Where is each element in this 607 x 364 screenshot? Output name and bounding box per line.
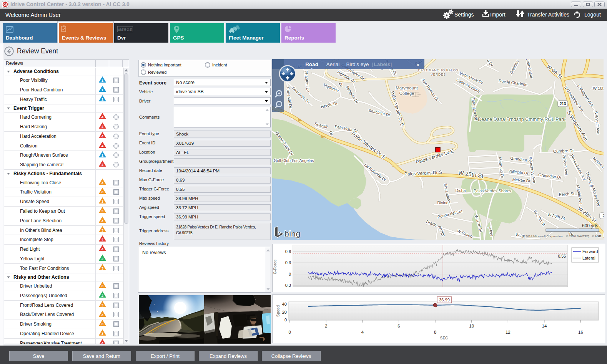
svg-text:6: 6 xyxy=(397,324,400,328)
svg-text:W 10t: W 10t xyxy=(593,86,604,91)
svg-text:2: 2 xyxy=(101,293,103,298)
svg-text:40: 40 xyxy=(282,302,287,306)
svg-text:|: | xyxy=(391,61,392,67)
svg-text:«: « xyxy=(416,62,419,68)
svg-text:36.99: 36.99 xyxy=(439,298,450,302)
svg-text:4: 4 xyxy=(361,330,364,334)
svg-text:Golf Club-Los Angelas: Golf Club-Los Angelas xyxy=(274,158,314,163)
svg-text:3: 3 xyxy=(101,209,103,213)
svg-text:Palos Verdes Shores: Palos Verdes Shores xyxy=(474,189,511,193)
svg-text:0: 0 xyxy=(284,318,287,322)
svg-text:Forward: Forward xyxy=(582,249,598,254)
svg-text:Aerial: Aerial xyxy=(326,61,340,67)
svg-text:16: 16 xyxy=(578,330,583,334)
svg-text:MERGE: MERGE xyxy=(118,28,132,31)
svg-text:VERDES: VERDES xyxy=(431,73,446,76)
svg-text:Deane Dana Frndshp Cmmnty RGL: Deane Dana Frndshp Cmmnty RGL Park xyxy=(478,117,565,122)
svg-text:3: 3 xyxy=(101,228,103,232)
svg-text:2: 2 xyxy=(602,214,604,218)
svg-text:Perch St: Perch St xyxy=(559,191,574,197)
svg-text:4: 4 xyxy=(101,115,103,119)
svg-text:1: 1 xyxy=(101,78,103,83)
svg-text:SEC: SEC xyxy=(440,336,448,340)
svg-text:8: 8 xyxy=(434,330,436,334)
svg-text:600 yds: 600 yds xyxy=(582,223,598,228)
svg-text:Lateral: Lateral xyxy=(582,256,595,260)
svg-text:4: 4 xyxy=(101,247,103,251)
svg-text:14: 14 xyxy=(542,324,547,328)
svg-text:4: 4 xyxy=(101,134,103,138)
svg-text:© 2014 Microsoft Corporation: © 2014 Microsoft Corporation © 2010 NAVT… xyxy=(522,235,601,238)
svg-text:4: 4 xyxy=(101,144,103,148)
svg-text:0.3: 0.3 xyxy=(285,260,291,265)
svg-text:Speed: Speed xyxy=(276,305,280,317)
svg-text:4: 4 xyxy=(101,124,103,129)
svg-text:0.55: 0.55 xyxy=(558,254,566,258)
svg-text:Dicha: Dicha xyxy=(456,188,466,193)
svg-text:1: 1 xyxy=(101,97,103,101)
svg-text:0.6: 0.6 xyxy=(285,249,291,254)
svg-text:Bird's eye: Bird's eye xyxy=(346,61,369,67)
svg-text:2: 2 xyxy=(101,256,103,261)
svg-text:Labels: Labels xyxy=(374,61,391,67)
svg-text:College: College xyxy=(399,91,414,96)
svg-text:Road: Road xyxy=(305,61,318,67)
svg-text:3: 3 xyxy=(101,190,103,194)
svg-text:20: 20 xyxy=(282,310,287,314)
svg-text:4: 4 xyxy=(101,162,103,167)
svg-text:4: 4 xyxy=(101,341,103,344)
svg-text:Divino: Divino xyxy=(437,200,448,205)
svg-text:|: | xyxy=(372,61,373,67)
svg-text:0: 0 xyxy=(288,330,291,334)
svg-text:1: 1 xyxy=(101,88,103,92)
svg-text:Marymount: Marymount xyxy=(396,86,418,90)
svg-text:1: 1 xyxy=(101,153,103,157)
svg-text:G-Force: G-Force xyxy=(273,259,277,274)
svg-text:+: + xyxy=(278,91,280,96)
svg-text:3: 3 xyxy=(101,303,103,307)
svg-text:3: 3 xyxy=(101,331,103,336)
svg-text:3: 3 xyxy=(101,180,103,185)
svg-text:3: 3 xyxy=(101,199,103,204)
svg-text:3: 3 xyxy=(101,266,103,270)
svg-text:3: 3 xyxy=(101,313,103,317)
svg-text:3: 3 xyxy=(101,322,103,326)
svg-text:213: 213 xyxy=(560,102,566,106)
svg-text:3: 3 xyxy=(101,218,103,223)
svg-text:Cumbre Dr: Cumbre Dr xyxy=(553,148,574,154)
svg-text:2: 2 xyxy=(325,324,327,328)
svg-text:10: 10 xyxy=(469,324,474,328)
svg-text:3: 3 xyxy=(101,284,103,288)
svg-text:bing: bing xyxy=(284,229,301,238)
svg-text:-0.3: -0.3 xyxy=(284,283,291,288)
svg-text:−: − xyxy=(278,102,280,106)
svg-text:4: 4 xyxy=(101,237,103,242)
svg-text:0: 0 xyxy=(289,272,291,276)
svg-text:12: 12 xyxy=(506,330,511,334)
